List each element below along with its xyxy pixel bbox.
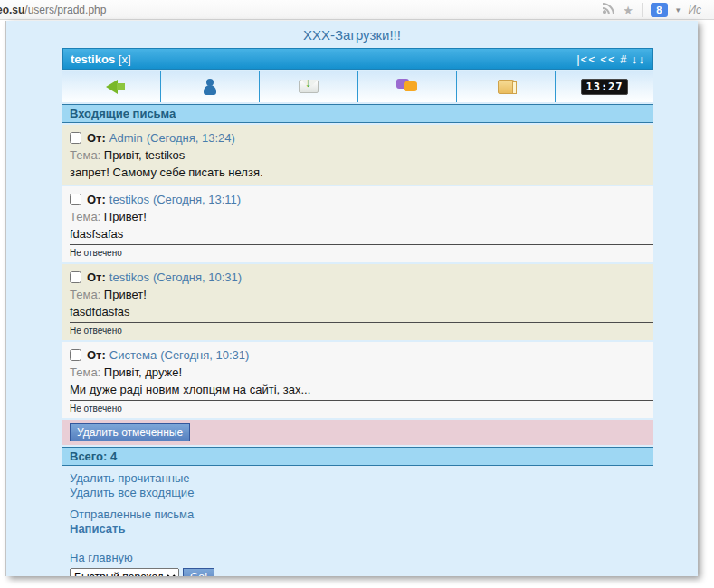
message-date: (Сегодня, 13:11)	[153, 191, 241, 208]
message-date: (Сегодня, 10:31)	[153, 269, 242, 286]
quick-jump-form: Быстрый переход Go!	[62, 565, 653, 576]
page-viewport: ХХХ-Загрузки!!! testikos [x] |<< << # ↓↓…	[6, 21, 698, 576]
message-status: Не отвечено	[70, 323, 646, 337]
message-body[interactable]: запрет! Самому себе писать нелзя.	[70, 164, 646, 181]
message-date: (Сегодня, 13:24)	[147, 129, 235, 147]
subject-label: Тема:	[70, 288, 100, 301]
message-status: Не отвечено	[70, 245, 646, 259]
message-checkbox[interactable]	[70, 132, 81, 144]
sender-link[interactable]: Система	[109, 346, 157, 364]
logout-link[interactable]: [x]	[119, 52, 131, 66]
from-label: От:	[87, 269, 106, 286]
message-item: От: testikos (Сегодня, 10:31) Тема: Прив…	[62, 264, 653, 340]
clipped-menu-text: Ис	[688, 4, 701, 16]
subject-label: Тема:	[70, 210, 100, 223]
message-subject: Привет!	[104, 210, 147, 223]
back-button[interactable]	[62, 71, 161, 102]
sent-mail-link[interactable]: Отправленные письма	[70, 507, 194, 522]
message-date: (Сегодня, 10:31)	[160, 346, 249, 364]
mail-download-icon	[299, 80, 319, 93]
subject-label: Тема:	[70, 365, 100, 379]
compose-link[interactable]: Написать	[70, 522, 125, 536]
page-title: ХХХ-Загрузки!!!	[6, 27, 698, 43]
chat-bubbles-icon	[396, 79, 418, 94]
from-label: От:	[87, 191, 106, 208]
subject-label: Тема:	[70, 148, 100, 162]
sender-link[interactable]: testikos	[109, 191, 149, 208]
message-item: От: testikos (Сегодня, 13:11) Тема: Прив…	[62, 186, 653, 262]
message-subject: Привет!	[104, 288, 147, 301]
browser-url-bar[interactable]: eo.su/users/pradd.php ★ 8 ▾ Ис	[0, 0, 714, 20]
sender-link[interactable]: testikos	[109, 269, 149, 286]
chevron-down-icon[interactable]: ▾	[676, 5, 681, 14]
files-button[interactable]	[457, 71, 556, 102]
url-text[interactable]: eo.su/users/pradd.php	[0, 4, 106, 16]
inbox-button[interactable]	[260, 71, 358, 102]
from-label: От:	[87, 346, 106, 364]
profile-button[interactable]	[161, 71, 260, 102]
message-item: От: Система (Сегодня, 10:31) Тема: Приві…	[62, 342, 653, 418]
delete-selected-button[interactable]: Удалить отмеченные	[70, 423, 190, 441]
back-arrow-icon	[106, 80, 118, 94]
message-body[interactable]: Ми дуже раді новим хлопцям на сайті, зах…	[70, 381, 653, 401]
user-header-bar: testikos [x] |<< << # ↓↓	[62, 48, 653, 70]
clock-cell: 13:27	[556, 71, 653, 102]
delete-read-link[interactable]: Удалить прочитанные	[70, 471, 189, 486]
delete-selected-row: Удалить отмеченные	[62, 420, 653, 445]
user-icon	[203, 79, 217, 95]
message-status: Не отвечено	[70, 401, 646, 414]
divider	[642, 3, 643, 17]
message-body[interactable]: fdasfsafas	[70, 225, 653, 245]
home-link[interactable]: На главную	[70, 551, 133, 565]
message-checkbox[interactable]	[70, 349, 81, 361]
url-path: /users/pradd.php	[24, 4, 106, 16]
rss-icon[interactable]	[603, 3, 614, 17]
inbox-section-header: Входящие письма	[62, 104, 653, 123]
message-subject: Привіт, друже!	[104, 365, 182, 379]
url-host: eo.su	[0, 4, 24, 16]
chat-button[interactable]	[358, 71, 457, 102]
bookmark-star-icon[interactable]: ★	[623, 4, 633, 17]
message-checkbox[interactable]	[70, 194, 81, 205]
username: testikos	[71, 52, 115, 66]
message-checkbox[interactable]	[70, 271, 81, 283]
from-label: От:	[87, 129, 106, 147]
folder-icon	[498, 80, 515, 94]
total-section-header: Всего: 4	[62, 447, 653, 466]
message-item: От: Admin (Сегодня, 13:24) Тема: Привіт,…	[62, 125, 653, 185]
inbox-links: Удалить прочитанные Удалить все входящие…	[62, 466, 653, 565]
icon-toolbar: 13:27	[62, 71, 653, 102]
clock-display: 13:27	[581, 79, 627, 95]
message-subject: Привіт, testikos	[104, 148, 185, 162]
delete-all-link[interactable]: Удалить все входящие	[70, 486, 194, 500]
pager-nav[interactable]: |<< << # ↓↓	[576, 52, 645, 66]
quick-jump-select[interactable]: Быстрый переход	[70, 568, 179, 576]
search-engine-icon[interactable]: 8	[651, 3, 668, 17]
message-body[interactable]: fasdfdasfas	[70, 303, 653, 323]
go-button[interactable]: Go!	[183, 568, 214, 576]
sender-link[interactable]: Admin	[109, 129, 143, 147]
